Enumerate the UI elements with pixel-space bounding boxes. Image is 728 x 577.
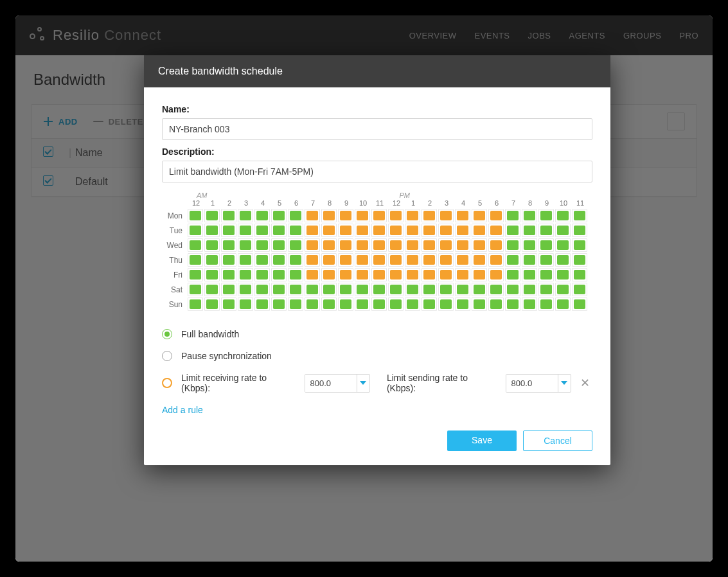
schedule-slot[interactable]	[455, 268, 470, 281]
schedule-slot[interactable]	[204, 283, 220, 296]
schedule-slot[interactable]	[238, 297, 253, 311]
schedule-slot[interactable]	[305, 238, 320, 252]
schedule-slot[interactable]	[371, 209, 387, 222]
schedule-slot[interactable]	[405, 224, 420, 237]
schedule-slot[interactable]	[188, 297, 203, 311]
schedule-slot[interactable]	[188, 209, 203, 222]
schedule-slot[interactable]	[188, 224, 203, 237]
schedule-slot[interactable]	[238, 224, 253, 237]
schedule-slot[interactable]	[238, 238, 253, 252]
schedule-slot[interactable]	[204, 224, 220, 237]
schedule-slot[interactable]	[188, 268, 203, 281]
schedule-slot[interactable]	[288, 224, 303, 237]
schedule-slot[interactable]	[538, 283, 554, 296]
schedule-slot[interactable]	[271, 224, 287, 237]
schedule-slot[interactable]	[538, 224, 554, 237]
rule-full-bandwidth[interactable]: Full bandwidth	[162, 329, 592, 339]
schedule-slot[interactable]	[355, 268, 370, 281]
schedule-slot[interactable]	[405, 253, 420, 267]
limit-send-dropdown[interactable]	[558, 375, 571, 392]
schedule-slot[interactable]	[505, 253, 520, 267]
schedule-slot[interactable]	[455, 238, 470, 252]
remove-rule-icon[interactable]: ✕	[580, 376, 592, 390]
schedule-slot[interactable]	[204, 238, 220, 252]
schedule-slot[interactable]	[405, 238, 420, 252]
schedule-slot[interactable]	[371, 268, 387, 281]
schedule-slot[interactable]	[288, 209, 303, 222]
schedule-slot[interactable]	[305, 253, 320, 267]
schedule-slot[interactable]	[422, 297, 437, 311]
schedule-slot[interactable]	[355, 224, 370, 237]
schedule-slot[interactable]	[438, 253, 454, 267]
schedule-slot[interactable]	[472, 253, 487, 267]
schedule-slot[interactable]	[221, 253, 236, 267]
schedule-slot[interactable]	[321, 224, 337, 237]
schedule-slot[interactable]	[254, 224, 270, 237]
schedule-slot[interactable]	[438, 209, 454, 222]
rule-pause[interactable]: Pause synchronization	[162, 351, 592, 361]
cancel-button[interactable]: Cancel	[523, 431, 592, 451]
schedule-slot[interactable]	[305, 297, 320, 311]
schedule-slot[interactable]	[488, 209, 504, 222]
schedule-slot[interactable]	[538, 253, 554, 267]
schedule-slot[interactable]	[555, 268, 571, 281]
schedule-slot[interactable]	[572, 283, 587, 296]
schedule-slot[interactable]	[538, 268, 554, 281]
schedule-slot[interactable]	[355, 253, 370, 267]
schedule-slot[interactable]	[422, 283, 437, 296]
save-button[interactable]: Save	[447, 431, 517, 451]
schedule-slot[interactable]	[522, 253, 537, 267]
schedule-slot[interactable]	[405, 268, 420, 281]
schedule-slot[interactable]	[405, 297, 420, 311]
schedule-slot[interactable]	[455, 209, 470, 222]
schedule-slot[interactable]	[321, 297, 337, 311]
schedule-slot[interactable]	[422, 209, 437, 222]
schedule-slot[interactable]	[271, 253, 287, 267]
schedule-slot[interactable]	[522, 283, 537, 296]
description-input[interactable]	[162, 161, 592, 182]
schedule-slot[interactable]	[355, 209, 370, 222]
schedule-slot[interactable]	[538, 209, 554, 222]
schedule-slot[interactable]	[338, 238, 353, 252]
schedule-slot[interactable]	[271, 238, 287, 252]
limit-recv-dropdown[interactable]	[357, 375, 369, 392]
schedule-slot[interactable]	[188, 238, 203, 252]
schedule-slot[interactable]	[522, 238, 537, 252]
schedule-slot[interactable]	[555, 224, 571, 237]
schedule-slot[interactable]	[572, 297, 587, 311]
schedule-slot[interactable]	[572, 238, 587, 252]
schedule-slot[interactable]	[522, 224, 537, 237]
schedule-slot[interactable]	[422, 268, 437, 281]
schedule-slot[interactable]	[288, 268, 303, 281]
schedule-slot[interactable]	[488, 283, 504, 296]
schedule-slot[interactable]	[438, 297, 454, 311]
schedule-slot[interactable]	[505, 209, 520, 222]
schedule-slot[interactable]	[438, 268, 454, 281]
schedule-slot[interactable]	[438, 283, 454, 296]
schedule-slot[interactable]	[405, 209, 420, 222]
schedule-slot[interactable]	[388, 283, 404, 296]
schedule-slot[interactable]	[188, 283, 203, 296]
schedule-slot[interactable]	[388, 224, 404, 237]
schedule-slot[interactable]	[472, 224, 487, 237]
schedule-slot[interactable]	[321, 268, 337, 281]
schedule-slot[interactable]	[538, 297, 554, 311]
schedule-slot[interactable]	[522, 297, 537, 311]
schedule-slot[interactable]	[488, 253, 504, 267]
schedule-slot[interactable]	[505, 224, 520, 237]
schedule-slot[interactable]	[321, 253, 337, 267]
schedule-slot[interactable]	[221, 283, 236, 296]
schedule-slot[interactable]	[388, 253, 404, 267]
schedule-slot[interactable]	[254, 283, 270, 296]
schedule-slot[interactable]	[321, 283, 337, 296]
schedule-slot[interactable]	[472, 209, 487, 222]
schedule-slot[interactable]	[288, 297, 303, 311]
schedule-slot[interactable]	[422, 238, 437, 252]
schedule-slot[interactable]	[188, 253, 203, 267]
schedule-slot[interactable]	[422, 224, 437, 237]
schedule-slot[interactable]	[472, 297, 487, 311]
schedule-slot[interactable]	[355, 238, 370, 252]
schedule-slot[interactable]	[505, 268, 520, 281]
schedule-slot[interactable]	[472, 283, 487, 296]
schedule-slot[interactable]	[288, 238, 303, 252]
